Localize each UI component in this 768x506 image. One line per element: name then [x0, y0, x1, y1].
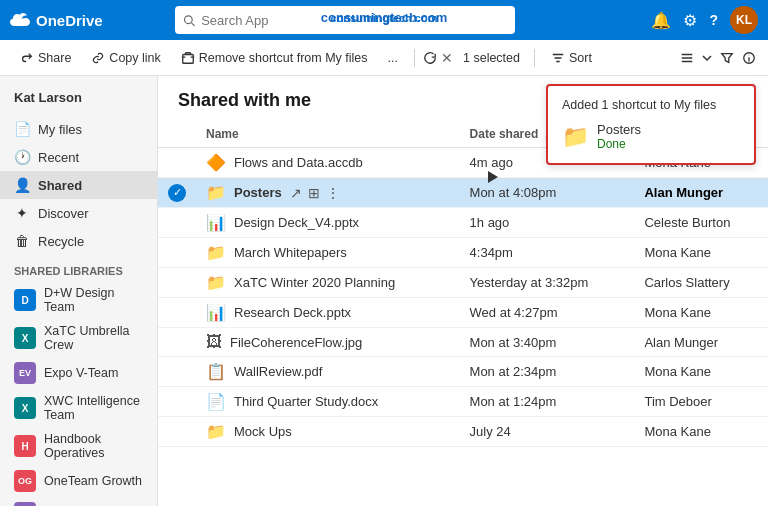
watermark-text: consumingtech.com: [331, 12, 438, 24]
settings-icon[interactable]: ⚙: [683, 11, 697, 30]
toolbar-separator-2: [534, 49, 535, 67]
cursor: [488, 171, 498, 183]
table-row[interactable]: 📊 Design Deck_V4.pptx 1h ago Celeste Bur…: [158, 208, 768, 238]
notification-item: 📁 Posters Done: [562, 122, 740, 151]
sidebar-lib-xatc[interactable]: X XaTC Umbrella Crew: [0, 319, 157, 357]
row-check-cell[interactable]: [158, 387, 196, 417]
file-icon: 🔶: [206, 153, 226, 172]
row-check-cell[interactable]: [158, 417, 196, 447]
sidebar-item-my-files[interactable]: 📄 My files: [0, 115, 157, 143]
svg-point-0: [184, 15, 192, 23]
row-shared-by-cell: Mona Kane: [634, 238, 768, 268]
avatar[interactable]: KL: [730, 6, 758, 34]
filter-icon[interactable]: [720, 51, 734, 65]
file-name[interactable]: XaTC Winter 2020 Planning: [234, 275, 395, 290]
table-row[interactable]: 📋 WallReview.pdf Mon at 2:34pm Mona Kane: [158, 357, 768, 387]
close-selected-icon[interactable]: ✕: [441, 50, 453, 66]
file-name[interactable]: Mock Ups: [234, 424, 292, 439]
sidebar-lib-paris[interactable]: PT Paris Team: [0, 497, 157, 506]
help-icon[interactable]: ?: [709, 12, 718, 28]
sidebar-lib-oneteam[interactable]: OG OneTeam Growth: [0, 465, 157, 497]
row-check-cell[interactable]: [158, 328, 196, 357]
row-check-cell[interactable]: [158, 298, 196, 328]
view-list-icon[interactable]: [680, 51, 694, 65]
sidebar-item-shared[interactable]: 👤 Shared: [0, 171, 157, 199]
file-icon: 📊: [206, 303, 226, 322]
sidebar-item-recycle[interactable]: 🗑 Recycle: [0, 227, 157, 255]
onedrive-icon: [10, 13, 30, 27]
row-name-cell: 🔶 Flows and Data.accdb: [196, 148, 460, 178]
content-area: Added 1 shortcut to My files 📁 Posters D…: [158, 76, 768, 506]
shared-libraries-header: Shared Libraries: [0, 255, 157, 281]
dw-badge: D: [14, 289, 36, 311]
file-name[interactable]: Design Deck_V4.pptx: [234, 215, 359, 230]
remove-shortcut-button[interactable]: Remove shortcut from My files: [173, 47, 376, 69]
shortcut-action-icon[interactable]: ⊞: [308, 185, 320, 201]
row-shared-by-cell: Tim Deboer: [634, 387, 768, 417]
toolbar-separator: [414, 49, 415, 67]
expo-badge: EV: [14, 362, 36, 384]
row-check-cell[interactable]: [158, 268, 196, 298]
row-check-cell[interactable]: [158, 148, 196, 178]
row-shared-by-cell: Mona Kane: [634, 298, 768, 328]
sidebar-lib-xwc[interactable]: X XWC Intelligence Team: [0, 389, 157, 427]
table-row[interactable]: 📁 XaTC Winter 2020 Planning Yesterday at…: [158, 268, 768, 298]
link-icon: [91, 51, 105, 65]
sidebar: Kat Larson 📄 My files 🕐 Recent 👤 Shared …: [0, 76, 158, 506]
notification-popup: Added 1 shortcut to My files 📁 Posters D…: [546, 84, 756, 165]
sync-icon[interactable]: [423, 51, 437, 65]
row-date-cell: Yesterday at 3:32pm: [460, 268, 635, 298]
chevron-down-icon[interactable]: [702, 53, 712, 63]
table-row[interactable]: 📊 Research Deck.pptx Wed at 4:27pm Mona …: [158, 298, 768, 328]
more-action-icon[interactable]: ⋮: [326, 185, 340, 201]
sidebar-item-recent[interactable]: 🕐 Recent: [0, 143, 157, 171]
notif-item-status: Done: [597, 137, 641, 151]
file-name[interactable]: WallReview.pdf: [234, 364, 322, 379]
table-row[interactable]: 📁 March Whitepapers 4:34pm Mona Kane: [158, 238, 768, 268]
search-bar[interactable]: consumingtech.com: [175, 6, 515, 34]
row-name-cell: 📊 Design Deck_V4.pptx: [196, 208, 460, 238]
sidebar-lib-dw-design[interactable]: D D+W Design Team: [0, 281, 157, 319]
file-name[interactable]: Flows and Data.accdb: [234, 155, 363, 170]
table-row[interactable]: 🖼 FileCoherenceFlow.jpg Mon at 3:40pm Al…: [158, 328, 768, 357]
table-row[interactable]: 📄 Third Quarter Study.docx Mon at 1:24pm…: [158, 387, 768, 417]
file-icon: 📁: [206, 183, 226, 202]
sort-button[interactable]: Sort: [543, 47, 600, 69]
row-shared-by-cell: Alan Munger: [634, 328, 768, 357]
notif-item-info: Posters Done: [597, 122, 641, 151]
row-check-cell[interactable]: [158, 357, 196, 387]
sidebar-user: Kat Larson: [0, 84, 157, 115]
top-nav-icons: 🔔 ⚙ ? KL: [651, 6, 758, 34]
file-name[interactable]: Third Quarter Study.docx: [234, 394, 378, 409]
file-icon: 📊: [206, 213, 226, 232]
sidebar-item-discover[interactable]: ✦ Discover: [0, 199, 157, 227]
col-header-name[interactable]: Name: [196, 121, 460, 148]
file-name[interactable]: Research Deck.pptx: [234, 305, 351, 320]
sort-icon: [551, 51, 565, 65]
file-name[interactable]: Posters: [234, 185, 282, 200]
file-name[interactable]: FileCoherenceFlow.jpg: [230, 335, 362, 350]
share-action-icon[interactable]: ↗: [290, 185, 302, 201]
row-date-cell: July 24: [460, 417, 635, 447]
sidebar-lib-handbook[interactable]: H Handbook Operatives: [0, 427, 157, 465]
info-icon[interactable]: [742, 51, 756, 65]
more-button[interactable]: ...: [380, 47, 406, 69]
file-icon: 📄: [206, 392, 226, 411]
row-date-cell: Mon at 4:08pm: [460, 178, 635, 208]
share-button[interactable]: Share: [12, 47, 79, 69]
row-date-cell: Mon at 1:24pm: [460, 387, 635, 417]
row-check-cell[interactable]: [158, 208, 196, 238]
row-name-cell: 📋 WallReview.pdf: [196, 357, 460, 387]
sidebar-lib-expo[interactable]: EV Expo V-Team: [0, 357, 157, 389]
bell-icon[interactable]: 🔔: [651, 11, 671, 30]
row-check-cell[interactable]: [158, 238, 196, 268]
table-row[interactable]: 📁 Mock Ups July 24 Mona Kane: [158, 417, 768, 447]
row-name-cell: 📁 March Whitepapers: [196, 238, 460, 268]
row-shared-by-cell: Alan Munger: [634, 178, 768, 208]
table-row[interactable]: ✓ 📁 Posters ↗ ⊞ ⋮ Mon at 4:08pm Alan Mun…: [158, 178, 768, 208]
copy-link-button[interactable]: Copy link: [83, 47, 168, 69]
row-check-cell[interactable]: ✓: [158, 178, 196, 208]
file-name[interactable]: March Whitepapers: [234, 245, 347, 260]
row-date-cell: 1h ago: [460, 208, 635, 238]
oneteam-badge: OG: [14, 470, 36, 492]
